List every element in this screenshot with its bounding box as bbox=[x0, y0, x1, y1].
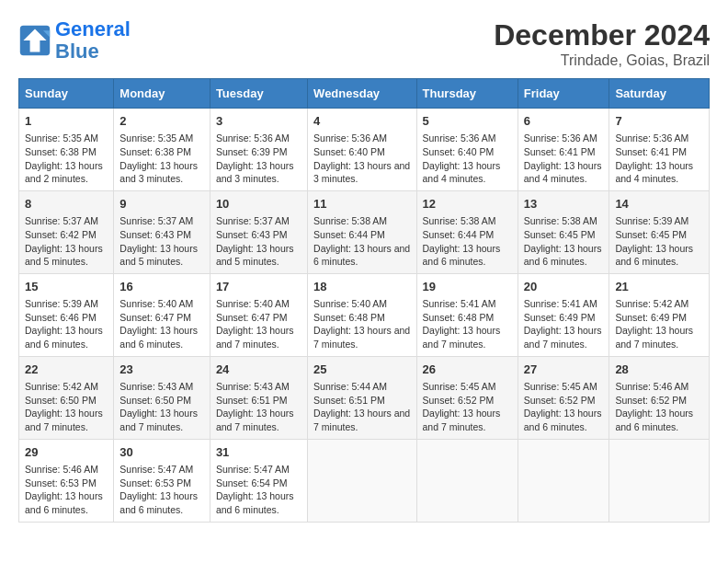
sunrise-text: Sunrise: 5:42 AM bbox=[25, 381, 98, 392]
calendar-cell: 1Sunrise: 5:35 AMSunset: 6:38 PMDaylight… bbox=[19, 109, 114, 191]
page-title: December 2024 bbox=[494, 18, 710, 52]
calendar-cell: 18Sunrise: 5:40 AMSunset: 6:48 PMDayligh… bbox=[308, 273, 416, 356]
calendar-cell: 3Sunrise: 5:36 AMSunset: 6:39 PMDaylight… bbox=[210, 109, 307, 191]
sunset-text: Sunset: 6:52 PM bbox=[524, 395, 596, 406]
calendar-week-row: 8Sunrise: 5:37 AMSunset: 6:42 PMDaylight… bbox=[19, 190, 710, 273]
calendar-cell: 14Sunrise: 5:39 AMSunset: 6:45 PMDayligh… bbox=[609, 190, 710, 273]
sunrise-text: Sunrise: 5:39 AM bbox=[615, 215, 688, 226]
daylight-text: Daylight: 13 hours and 4 minutes. bbox=[524, 160, 602, 185]
calendar-cell: 21Sunrise: 5:42 AMSunset: 6:49 PMDayligh… bbox=[609, 273, 710, 356]
calendar-cell: 10Sunrise: 5:37 AMSunset: 6:43 PMDayligh… bbox=[210, 190, 307, 273]
day-number: 21 bbox=[615, 279, 703, 295]
sunset-text: Sunset: 6:45 PM bbox=[524, 229, 596, 240]
sunrise-text: Sunrise: 5:46 AM bbox=[615, 381, 688, 392]
sunset-text: Sunset: 6:47 PM bbox=[119, 312, 191, 323]
daylight-text: Daylight: 13 hours and 7 minutes. bbox=[119, 408, 198, 432]
daylight-text: Daylight: 13 hours and 5 minutes. bbox=[25, 243, 103, 268]
daylight-text: Daylight: 13 hours and 4 minutes. bbox=[615, 160, 693, 185]
calendar-week-row: 1Sunrise: 5:35 AMSunset: 6:38 PMDaylight… bbox=[19, 109, 710, 191]
sunrise-text: Sunrise: 5:37 AM bbox=[216, 215, 290, 226]
calendar-cell: 12Sunrise: 5:38 AMSunset: 6:44 PMDayligh… bbox=[416, 190, 518, 273]
daylight-text: Daylight: 13 hours and 6 minutes. bbox=[25, 490, 103, 515]
sunset-text: Sunset: 6:49 PM bbox=[524, 312, 596, 323]
daylight-text: Daylight: 13 hours and 3 minutes. bbox=[216, 160, 294, 185]
day-number: 8 bbox=[25, 196, 108, 213]
daylight-text: Daylight: 13 hours and 7 minutes. bbox=[216, 408, 294, 432]
page-subtitle: Trindade, Goias, Brazil bbox=[494, 52, 710, 69]
day-number: 16 bbox=[119, 279, 204, 295]
daylight-text: Daylight: 13 hours and 7 minutes. bbox=[313, 408, 410, 432]
day-number: 7 bbox=[615, 113, 703, 130]
daylight-text: Daylight: 13 hours and 6 minutes. bbox=[615, 408, 693, 432]
sunset-text: Sunset: 6:43 PM bbox=[119, 229, 191, 240]
calendar-cell: 25Sunrise: 5:44 AMSunset: 6:51 PMDayligh… bbox=[308, 356, 416, 439]
daylight-text: Daylight: 13 hours and 6 minutes. bbox=[25, 325, 103, 350]
calendar-cell: 22Sunrise: 5:42 AMSunset: 6:50 PMDayligh… bbox=[19, 356, 114, 439]
calendar-cell: 7Sunrise: 5:36 AMSunset: 6:41 PMDaylight… bbox=[609, 109, 710, 191]
day-header: Friday bbox=[518, 79, 609, 109]
day-number: 9 bbox=[119, 196, 204, 213]
sunrise-text: Sunrise: 5:47 AM bbox=[216, 464, 290, 475]
day-number: 1 bbox=[25, 113, 108, 130]
sunset-text: Sunset: 6:51 PM bbox=[216, 395, 288, 406]
calendar-cell: 31Sunrise: 5:47 AMSunset: 6:54 PMDayligh… bbox=[210, 439, 307, 522]
daylight-text: Daylight: 13 hours and 6 minutes. bbox=[423, 243, 501, 268]
daylight-text: Daylight: 13 hours and 7 minutes. bbox=[313, 325, 410, 350]
day-header: Wednesday bbox=[308, 79, 416, 109]
daylight-text: Daylight: 13 hours and 6 minutes. bbox=[615, 243, 693, 268]
sunrise-text: Sunrise: 5:39 AM bbox=[25, 298, 98, 309]
sunset-text: Sunset: 6:52 PM bbox=[423, 395, 495, 406]
calendar-cell: 16Sunrise: 5:40 AMSunset: 6:47 PMDayligh… bbox=[114, 273, 210, 356]
sunset-text: Sunset: 6:39 PM bbox=[216, 146, 288, 157]
day-number: 3 bbox=[216, 113, 301, 130]
sunrise-text: Sunrise: 5:41 AM bbox=[524, 298, 597, 309]
calendar-cell: 2Sunrise: 5:35 AMSunset: 6:38 PMDaylight… bbox=[114, 109, 210, 191]
daylight-text: Daylight: 13 hours and 6 minutes. bbox=[216, 490, 294, 515]
sunset-text: Sunset: 6:44 PM bbox=[423, 229, 495, 240]
daylight-text: Daylight: 13 hours and 3 minutes. bbox=[313, 160, 410, 185]
sunset-text: Sunset: 6:48 PM bbox=[313, 312, 385, 323]
sunrise-text: Sunrise: 5:36 AM bbox=[216, 132, 290, 144]
calendar-cell: 4Sunrise: 5:36 AMSunset: 6:40 PMDaylight… bbox=[308, 109, 416, 191]
day-number: 30 bbox=[119, 444, 204, 461]
day-number: 17 bbox=[216, 279, 301, 295]
sunset-text: Sunset: 6:40 PM bbox=[313, 146, 385, 157]
calendar-cell: 30Sunrise: 5:47 AMSunset: 6:53 PMDayligh… bbox=[114, 439, 210, 522]
sunrise-text: Sunrise: 5:43 AM bbox=[216, 381, 290, 392]
sunset-text: Sunset: 6:47 PM bbox=[216, 312, 288, 323]
calendar-cell: 29Sunrise: 5:46 AMSunset: 6:53 PMDayligh… bbox=[19, 439, 114, 522]
calendar-week-row: 15Sunrise: 5:39 AMSunset: 6:46 PMDayligh… bbox=[19, 273, 710, 356]
sunrise-text: Sunrise: 5:47 AM bbox=[119, 464, 193, 475]
calendar-table: SundayMondayTuesdayWednesdayThursdayFrid… bbox=[18, 78, 710, 523]
daylight-text: Daylight: 13 hours and 2 minutes. bbox=[25, 160, 103, 185]
daylight-text: Daylight: 13 hours and 7 minutes. bbox=[423, 408, 501, 432]
sunset-text: Sunset: 6:50 PM bbox=[119, 395, 191, 406]
title-block: December 2024 Trindade, Goias, Brazil bbox=[494, 18, 710, 69]
day-number: 4 bbox=[313, 113, 410, 130]
sunset-text: Sunset: 6:46 PM bbox=[25, 312, 97, 323]
logo-line1: General bbox=[55, 17, 131, 40]
sunrise-text: Sunrise: 5:38 AM bbox=[313, 215, 387, 226]
calendar-cell: 20Sunrise: 5:41 AMSunset: 6:49 PMDayligh… bbox=[518, 273, 609, 356]
day-number: 12 bbox=[423, 196, 512, 213]
sunrise-text: Sunrise: 5:35 AM bbox=[119, 132, 193, 144]
daylight-text: Daylight: 13 hours and 7 minutes. bbox=[423, 325, 501, 350]
sunrise-text: Sunrise: 5:40 AM bbox=[119, 298, 193, 309]
day-header: Sunday bbox=[19, 79, 114, 109]
daylight-text: Daylight: 13 hours and 6 minutes. bbox=[524, 408, 602, 432]
calendar-cell: 24Sunrise: 5:43 AMSunset: 6:51 PMDayligh… bbox=[210, 356, 307, 439]
sunrise-text: Sunrise: 5:44 AM bbox=[313, 381, 387, 392]
calendar-week-row: 29Sunrise: 5:46 AMSunset: 6:53 PMDayligh… bbox=[19, 439, 710, 522]
daylight-text: Daylight: 13 hours and 6 minutes. bbox=[313, 243, 410, 268]
sunset-text: Sunset: 6:53 PM bbox=[25, 477, 97, 488]
day-number: 31 bbox=[216, 444, 301, 461]
day-number: 23 bbox=[119, 362, 204, 378]
daylight-text: Daylight: 13 hours and 7 minutes. bbox=[25, 408, 103, 432]
day-number: 20 bbox=[524, 279, 604, 295]
calendar-cell: 6Sunrise: 5:36 AMSunset: 6:41 PMDaylight… bbox=[518, 109, 609, 191]
calendar-week-row: 22Sunrise: 5:42 AMSunset: 6:50 PMDayligh… bbox=[19, 356, 710, 439]
calendar-cell: 8Sunrise: 5:37 AMSunset: 6:42 PMDaylight… bbox=[19, 190, 114, 273]
calendar-cell: 26Sunrise: 5:45 AMSunset: 6:52 PMDayligh… bbox=[416, 356, 518, 439]
day-number: 29 bbox=[25, 444, 108, 461]
calendar-cell: 13Sunrise: 5:38 AMSunset: 6:45 PMDayligh… bbox=[518, 190, 609, 273]
